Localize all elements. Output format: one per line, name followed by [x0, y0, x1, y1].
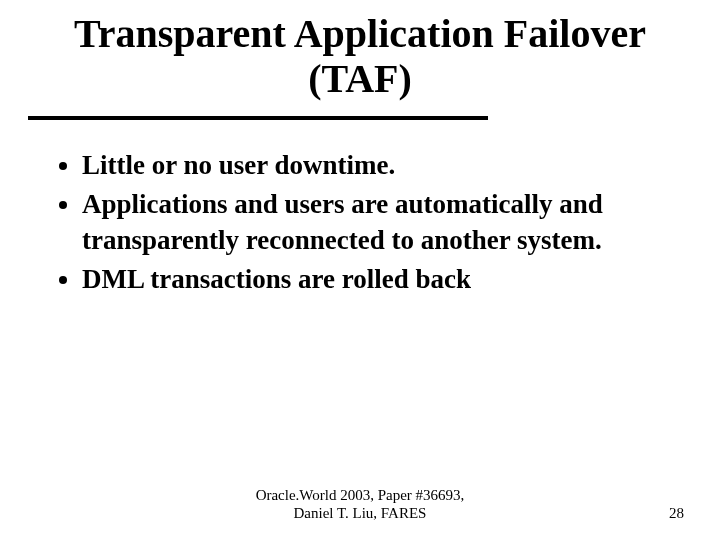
footer-citation: Oracle.World 2003, Paper #36693, Daniel …: [0, 486, 720, 522]
slide-title: Transparent Application Failover (TAF): [28, 12, 692, 110]
bullet-item: DML transactions are rolled back: [82, 262, 692, 298]
bullet-item: Applications and users are automatically…: [82, 187, 692, 258]
slide-footer: Oracle.World 2003, Paper #36693, Daniel …: [0, 486, 720, 522]
page-number: 28: [669, 505, 684, 522]
bullet-list: Little or no user downtime. Applications…: [28, 148, 692, 299]
title-underline: [28, 116, 488, 120]
footer-line: Oracle.World 2003, Paper #36693,: [0, 486, 720, 504]
bullet-item: Little or no user downtime.: [82, 148, 692, 184]
footer-line: Daniel T. Liu, FARES: [0, 504, 720, 522]
slide: Transparent Application Failover (TAF) L…: [0, 0, 720, 540]
